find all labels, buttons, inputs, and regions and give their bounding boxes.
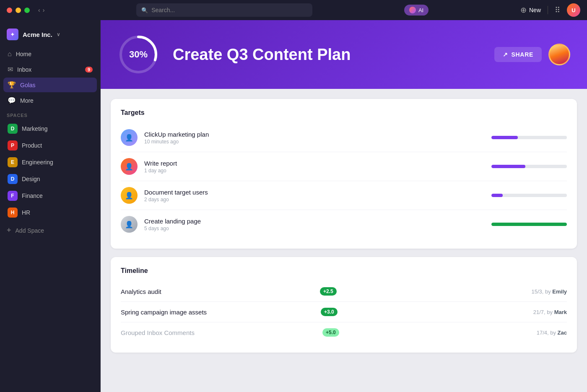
target-name: ClickUp marketing plan bbox=[144, 131, 485, 138]
space-badge-design: D bbox=[8, 174, 18, 184]
target-progress-bar bbox=[491, 223, 567, 226]
timeline-author: Mark bbox=[554, 309, 567, 315]
target-progress-bar bbox=[491, 136, 567, 139]
sidebar-item-more[interactable]: 💬 More bbox=[3, 93, 97, 108]
spaces-section-label: Spaces bbox=[0, 108, 100, 120]
timeline-section-title: Timeline bbox=[121, 267, 567, 275]
target-avatar: 👤 bbox=[121, 158, 138, 175]
scroll-area: Targets 👤 ClickUp marketing plan 10 minu… bbox=[101, 89, 587, 392]
search-placeholder: Search... bbox=[151, 7, 175, 13]
window-controls bbox=[7, 8, 30, 13]
content-area: 30% Create Q3 Content Plan ↗ SHARE Targe… bbox=[101, 20, 587, 392]
sidebar-item-label: More bbox=[20, 97, 34, 104]
space-item-marketing[interactable]: D Marketing bbox=[3, 120, 97, 137]
space-item-hr[interactable]: H HR bbox=[3, 204, 97, 221]
inbox-badge: 9 bbox=[85, 67, 93, 73]
target-time: 5 days ago bbox=[144, 226, 485, 231]
hero-title: Create Q3 Content Plan bbox=[173, 46, 481, 64]
timeline-meta: 21/7, by Mark bbox=[533, 309, 567, 315]
user-avatar[interactable]: U bbox=[567, 3, 580, 17]
workspace-header[interactable]: ✦ Acme Inc. ∨ bbox=[0, 25, 100, 47]
sidebar: ✦ Acme Inc. ∨ ⌂ Home ✉ Inbox 9 🏆 Golas 💬… bbox=[0, 20, 101, 392]
space-badge-hr: H bbox=[8, 208, 18, 218]
workspace-chevron-icon: ∨ bbox=[57, 31, 60, 37]
avatar-image bbox=[550, 45, 569, 64]
target-time: 1 day ago bbox=[144, 168, 485, 174]
targets-card: Targets 👤 ClickUp marketing plan 10 minu… bbox=[111, 99, 577, 249]
close-button[interactable] bbox=[7, 8, 12, 13]
timeline-item: Analytics audit +2.5 15/3, by Emily bbox=[121, 281, 567, 302]
search-icon: 🔍 bbox=[141, 7, 148, 13]
hero-user-avatar[interactable] bbox=[548, 44, 570, 65]
target-time: 10 minutes ago bbox=[144, 139, 485, 145]
maximize-button[interactable] bbox=[24, 8, 30, 13]
space-item-finance[interactable]: F Finance bbox=[3, 187, 97, 204]
progress-fill bbox=[491, 165, 525, 168]
search-bar[interactable]: 🔍 Search... bbox=[136, 3, 312, 17]
space-badge-marketing: D bbox=[8, 124, 18, 134]
target-info: Create landing page 5 days ago bbox=[144, 218, 485, 231]
timeline-author: Zac bbox=[558, 330, 567, 336]
timeline-item: Grouped Inbox Comments +5.0 17/4, by Zac bbox=[121, 322, 567, 343]
back-arrow[interactable]: ‹ bbox=[38, 7, 40, 13]
home-icon: ⌂ bbox=[8, 50, 12, 58]
space-item-design[interactable]: D Design bbox=[3, 171, 97, 187]
targets-section-title: Targets bbox=[121, 109, 567, 117]
timeline-name: Spring campaign image assets bbox=[121, 309, 317, 316]
sidebar-nav: ⌂ Home ✉ Inbox 9 🏆 Golas 💬 More bbox=[0, 47, 100, 108]
target-avatar: 👤 bbox=[121, 216, 138, 233]
space-item-product[interactable]: P Product bbox=[3, 137, 97, 154]
progress-fill bbox=[491, 136, 518, 139]
add-space-label: Add Space bbox=[16, 227, 44, 234]
target-item: 👤 Write report 1 day ago bbox=[121, 152, 567, 181]
sidebar-item-goals[interactable]: 🏆 Golas bbox=[3, 78, 97, 92]
sidebar-item-label: Golas bbox=[20, 82, 36, 88]
target-time: 2 days ago bbox=[144, 197, 485, 202]
sidebar-item-label: Inbox bbox=[17, 66, 31, 73]
space-label: Design bbox=[22, 176, 40, 182]
forward-arrow[interactable]: › bbox=[43, 7, 45, 13]
target-item: 👤 Create landing page 5 days ago bbox=[121, 210, 567, 239]
divider bbox=[548, 6, 548, 14]
main-layout: ✦ Acme Inc. ∨ ⌂ Home ✉ Inbox 9 🏆 Golas 💬… bbox=[0, 20, 587, 392]
target-info: ClickUp marketing plan 10 minutes ago bbox=[144, 131, 485, 145]
progress-ring: 30% bbox=[117, 34, 159, 75]
space-badge-engineering: E bbox=[8, 157, 18, 167]
target-avatar: 👤 bbox=[121, 129, 138, 146]
target-progress-bar bbox=[491, 165, 567, 168]
progress-fill bbox=[491, 223, 567, 226]
timeline-name: Grouped Inbox Comments bbox=[121, 329, 318, 336]
ai-button[interactable]: AI bbox=[404, 5, 429, 16]
new-button[interactable]: ⊕ New bbox=[520, 5, 541, 15]
topbar: ‹ › 🔍 Search... AI ⊕ New ⠿ U bbox=[0, 0, 587, 20]
ai-icon bbox=[409, 7, 416, 13]
space-label: Marketing bbox=[22, 125, 47, 132]
goals-icon: 🏆 bbox=[8, 81, 16, 89]
workspace-name: Acme Inc. bbox=[23, 31, 52, 38]
timeline-badge: +5.0 bbox=[322, 328, 339, 337]
timeline-meta: 17/4, by Zac bbox=[537, 330, 567, 336]
add-space-button[interactable]: + Add Space bbox=[0, 223, 100, 238]
target-item: 👤 ClickUp marketing plan 10 minutes ago bbox=[121, 123, 567, 152]
sidebar-item-home[interactable]: ⌂ Home bbox=[3, 47, 97, 61]
sidebar-item-inbox[interactable]: ✉ Inbox 9 bbox=[3, 62, 97, 77]
target-avatar: 👤 bbox=[121, 187, 138, 204]
space-badge-product: P bbox=[8, 140, 18, 151]
grid-icon[interactable]: ⠿ bbox=[555, 5, 560, 15]
space-item-engineering[interactable]: E Engineering bbox=[3, 154, 97, 171]
share-label: SHARE bbox=[511, 51, 533, 58]
timeline-item: Spring campaign image assets +3.0 21/7, … bbox=[121, 302, 567, 322]
target-info: Document target users 2 days ago bbox=[144, 189, 485, 202]
topbar-right: ⊕ New ⠿ U bbox=[520, 3, 580, 17]
workspace-logo: ✦ bbox=[7, 29, 18, 40]
spaces-list: D Marketing P Product E Engineering D De… bbox=[0, 120, 100, 221]
target-item: 👤 Document target users 2 days ago bbox=[121, 181, 567, 210]
more-icon: 💬 bbox=[8, 96, 16, 104]
new-plus-icon: ⊕ bbox=[520, 5, 527, 15]
target-name: Create landing page bbox=[144, 218, 485, 225]
space-label: HR bbox=[22, 209, 30, 216]
timeline-badge: +3.0 bbox=[321, 308, 338, 316]
space-label: Engineering bbox=[22, 159, 53, 166]
minimize-button[interactable] bbox=[16, 8, 21, 13]
share-button[interactable]: ↗ SHARE bbox=[494, 47, 542, 62]
